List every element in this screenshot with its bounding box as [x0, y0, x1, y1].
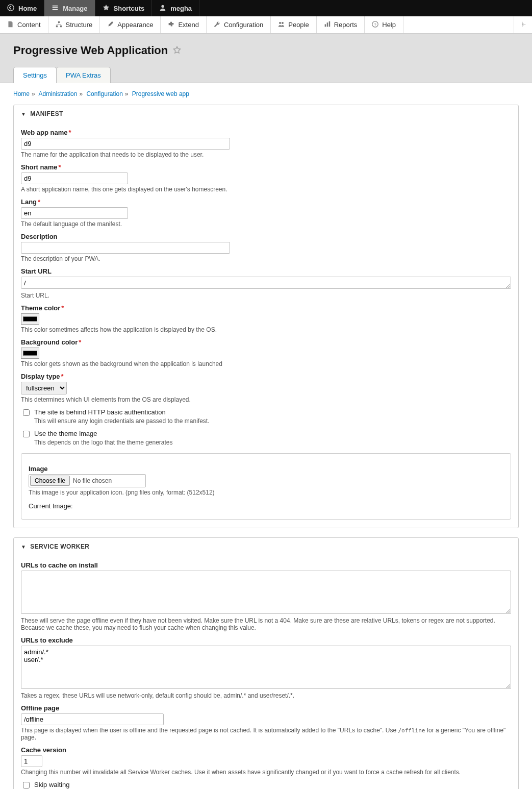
admin-tabs: Content Structure Appearance Extend Conf…	[0, 16, 532, 34]
start-url-input[interactable]: /	[21, 277, 511, 289]
tab-configuration[interactable]: Configuration	[207, 16, 271, 33]
triangle-down-icon: ▼	[21, 111, 26, 117]
tab-reports-label: Reports	[334, 21, 358, 29]
people-icon	[278, 21, 285, 29]
tab-structure[interactable]: Structure	[48, 16, 100, 33]
toolbar-home[interactable]: Home	[0, 0, 44, 16]
triangle-down-icon: ▼	[21, 544, 26, 550]
toolbar-user-label: megha	[170, 5, 192, 12]
short-name-help: A short application name, this one gets …	[21, 186, 511, 193]
toolbar-shortcuts[interactable]: Shortcuts	[95, 0, 153, 16]
puzzle-icon	[168, 21, 174, 29]
tab-help-label: Help	[382, 21, 396, 29]
image-label: Image	[29, 465, 503, 473]
local-tab-extras[interactable]: PWA Extras	[56, 67, 111, 83]
exclude-urls-label: URLs to exclude	[21, 636, 511, 644]
offline-page-help: This page is displayed when the user is …	[21, 727, 511, 741]
basic-auth-label: The site is behind HTTP basic authentica…	[34, 408, 166, 416]
star-icon	[103, 4, 110, 13]
svg-rect-2	[58, 21, 59, 22]
toolbar-user[interactable]: megha	[152, 0, 199, 16]
arrow-left-icon	[520, 21, 526, 29]
display-type-help: This determines which UI elements from t…	[21, 396, 511, 403]
description-help: The description of your PWA.	[21, 255, 511, 262]
theme-image-help: This depends on the logo that the theme …	[34, 439, 173, 446]
toolbar-home-label: Home	[18, 5, 37, 12]
page-title: Progressive Web Application	[13, 44, 168, 57]
fieldset-manifest-legend: Manifest	[30, 110, 63, 117]
toolbar-manage-label: Manage	[63, 5, 87, 12]
svg-point-0	[8, 4, 14, 10]
tab-appearance[interactable]: Appearance	[100, 16, 161, 33]
toolbar-manage[interactable]: Manage	[44, 0, 95, 16]
cache-urls-label: URLs to cache on install	[21, 561, 511, 569]
tab-reports[interactable]: Reports	[317, 16, 365, 33]
image-upload-box: Image Choose file No file chosen This im…	[21, 453, 511, 520]
fieldset-sw-legend: Service worker	[30, 543, 89, 550]
fieldset-manifest-toggle[interactable]: ▼Manifest	[14, 105, 518, 122]
description-input[interactable]	[21, 242, 230, 254]
web-app-name-input[interactable]	[21, 138, 230, 150]
lang-label: Lang*	[21, 198, 511, 206]
theme-image-checkbox[interactable]	[23, 431, 30, 437]
tab-appearance-label: Appearance	[117, 21, 153, 29]
chart-icon	[324, 21, 331, 29]
tab-people[interactable]: People	[271, 16, 316, 33]
image-file-input[interactable]: Choose file No file chosen	[29, 474, 146, 487]
display-type-label: Display type*	[21, 373, 511, 380]
lang-input[interactable]	[21, 207, 128, 219]
exclude-urls-help: Takes a regex, these URLs will use netwo…	[21, 692, 511, 699]
bg-color-input[interactable]	[21, 348, 39, 359]
breadcrumb-admin[interactable]: Administration	[38, 90, 77, 97]
tab-extend-label: Extend	[178, 21, 198, 29]
svg-rect-4	[60, 25, 61, 27]
cache-version-input[interactable]	[21, 755, 42, 767]
local-tab-settings[interactable]: Settings	[13, 67, 57, 83]
image-help: This image is your application icon. (pn…	[29, 489, 503, 496]
tab-content[interactable]: Content	[0, 16, 48, 33]
breadcrumb: Home» Administration» Configuration» Pro…	[13, 90, 519, 97]
help-icon: ?	[372, 21, 378, 29]
theme-color-label: Theme color*	[21, 304, 511, 312]
svg-text:?: ?	[374, 22, 376, 27]
current-image-label: Current Image:	[29, 502, 503, 510]
offline-page-input[interactable]	[21, 713, 164, 725]
cache-version-label: Cache version	[21, 746, 511, 754]
toolbar: Home Manage Shortcuts megha	[0, 0, 532, 16]
theme-color-input[interactable]	[21, 313, 39, 325]
choose-file-button[interactable]: Choose file	[30, 476, 70, 486]
toolbar-shortcuts-label: Shortcuts	[114, 5, 145, 12]
description-label: Description	[21, 233, 511, 240]
skip-waiting-checkbox[interactable]	[23, 782, 30, 788]
hamburger-icon	[52, 4, 59, 13]
breadcrumb-pwa[interactable]: Progressive web app	[132, 90, 189, 97]
cache-urls-textarea[interactable]	[21, 571, 511, 614]
tab-people-label: People	[288, 21, 309, 29]
favorite-star-icon[interactable]	[173, 46, 181, 56]
breadcrumb-home[interactable]: Home	[13, 90, 30, 97]
svg-rect-9	[328, 21, 330, 27]
content-region: Home» Administration» Configuration» Pro…	[0, 83, 532, 789]
tab-structure-label: Structure	[66, 21, 93, 29]
svg-rect-3	[56, 25, 57, 27]
hierarchy-icon	[56, 21, 62, 29]
tab-help[interactable]: ?Help	[365, 16, 403, 33]
display-type-select[interactable]: fullscreen	[21, 382, 67, 394]
offline-page-label: Offline page	[21, 704, 511, 712]
tab-extend[interactable]: Extend	[161, 16, 206, 33]
short-name-input[interactable]	[21, 172, 128, 184]
basic-auth-checkbox[interactable]	[23, 409, 30, 416]
skip-waiting-label: Skip waiting	[34, 781, 69, 788]
fieldset-sw-toggle[interactable]: ▼Service worker	[14, 538, 518, 555]
paint-icon	[107, 21, 114, 29]
breadcrumb-config[interactable]: Configuration	[86, 90, 122, 97]
fieldset-service-worker: ▼Service worker URLs to cache on install…	[13, 537, 519, 789]
user-icon	[159, 4, 166, 13]
start-url-label: Start URL	[21, 267, 511, 275]
toggle-orientation[interactable]	[514, 16, 532, 33]
bg-color-label: Background color*	[21, 338, 511, 346]
cache-urls-help: These will serve the page offline even i…	[21, 617, 511, 631]
svg-rect-8	[326, 22, 327, 27]
exclude-urls-textarea[interactable]: admin/.* user/.*	[21, 646, 511, 689]
fieldset-manifest: ▼Manifest Web app name* The name for the…	[13, 105, 519, 528]
